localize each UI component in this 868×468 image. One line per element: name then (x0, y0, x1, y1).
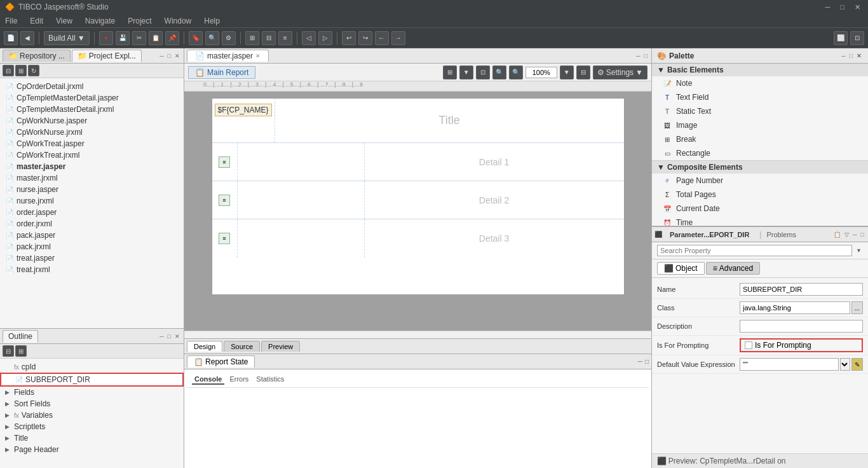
palette-basic-header[interactable]: ▼ Basic Elements (652, 64, 868, 76)
menu-help[interactable]: Help (201, 15, 222, 27)
search-property-input[interactable] (657, 245, 852, 256)
default-value-edit-btn[interactable]: ✎ (851, 358, 863, 371)
toolbar-paste-btn[interactable]: 📌 (165, 31, 179, 45)
outline-item-page-header[interactable]: ▶ Page Header (0, 444, 184, 455)
default-value-input[interactable] (740, 358, 839, 371)
tree-item-cpworknurse-jrxml[interactable]: 📄 CpWorkNurse.jrxml (0, 127, 184, 138)
props-view-btn[interactable]: 📋 (832, 231, 842, 238)
tab-preview[interactable]: Preview (261, 341, 300, 352)
main-report-btn[interactable]: 📋 Main Report (188, 66, 255, 79)
menu-view[interactable]: View (53, 15, 75, 27)
tab-report-state[interactable]: 📋 Report State (187, 355, 255, 368)
console-tab-statistics[interactable]: Statistics (254, 375, 287, 385)
props-maximize[interactable]: □ (860, 231, 865, 238)
palette-current-date[interactable]: 📅 Current Date (652, 202, 868, 216)
minimize-button[interactable]: ─ (823, 3, 833, 11)
tab-repository[interactable]: 📁 Repository ... (3, 50, 71, 62)
canvas-tool1[interactable]: ⊞ (443, 65, 457, 79)
toolbar-settings-btn[interactable]: ⚙ (222, 31, 236, 45)
palette-image[interactable]: 🖼 Image (652, 118, 868, 132)
tree-collapse-btn[interactable]: ⊟ (3, 65, 14, 76)
for-prompting-checkbox[interactable] (745, 341, 752, 349)
outline-item-cpid[interactable]: fx cpId (0, 361, 184, 373)
canvas-fit-page[interactable]: ⊟ (576, 65, 590, 79)
tab-outline[interactable]: Outline (3, 330, 38, 343)
toolbar-back-btn[interactable]: ◀ (20, 31, 34, 45)
outline-expand-btn[interactable]: ⊞ (15, 345, 27, 357)
palette-total-pages[interactable]: Σ Total Pages (652, 188, 868, 202)
tab-advanced[interactable]: ≡ Advanced (706, 262, 760, 275)
toolbar-left-btn[interactable]: ← (375, 31, 389, 45)
tree-item-master-jasper[interactable]: 📄 master.jasper (0, 161, 184, 172)
palette-break[interactable]: ⊞ Break (652, 132, 868, 146)
palette-text-field[interactable]: T Text Field (652, 90, 868, 104)
settings-btn[interactable]: ⚙ Settings ▼ (593, 65, 648, 79)
toolbar-copy-btn[interactable]: 📋 (149, 31, 163, 45)
palette-note[interactable]: 📝 Note (652, 76, 868, 90)
toolbar-layout-btn[interactable]: ≡ (278, 31, 292, 45)
toolbar-undo-btn[interactable]: ✂ (132, 31, 146, 45)
toolbar-save-btn[interactable]: 💾 (116, 31, 130, 45)
panel-maximize-btn[interactable]: □ (166, 52, 172, 60)
toolbar-redo2[interactable]: ↪ (358, 31, 372, 45)
editor-minimize-btn[interactable]: ─ (635, 52, 641, 60)
palette-close[interactable]: ✕ (855, 52, 863, 60)
tree-item-nurse-jasper[interactable]: 📄 nurse.jasper (0, 184, 184, 195)
tree-item-pack-jrxml[interactable]: 📄 pack.jrxml (0, 241, 184, 252)
console-tab-console[interactable]: Console (192, 375, 224, 385)
outline-collapse-btn[interactable]: ⊟ (3, 345, 14, 357)
panel-minimize-btn[interactable]: ─ (158, 52, 165, 60)
outline-item-subreport-dir[interactable]: 📄 SUBREPORT_DIR (0, 373, 184, 387)
tree-sync-btn[interactable]: ↻ (28, 65, 39, 76)
toolbar-nav-back[interactable]: ◁ (302, 31, 316, 45)
toolbar-restore-panel[interactable]: ⊡ (850, 31, 864, 45)
tree-item-treat-jasper[interactable]: 📄 treat.jasper (0, 252, 184, 264)
menu-navigate[interactable]: Navigate (83, 15, 118, 27)
tree-expand-btn[interactable]: ⊞ (15, 65, 27, 76)
editor-maximize-btn[interactable]: □ (643, 52, 649, 60)
props-chevron[interactable]: ▽ (843, 231, 850, 238)
maximize-button[interactable]: □ (837, 3, 847, 11)
editor-tab-master[interactable]: 📄 master.jasper ✕ (187, 50, 269, 62)
problems-label[interactable]: Problems (766, 231, 796, 238)
palette-static-text[interactable]: T Static Text (652, 104, 868, 118)
tree-item-cporderdetail-jrxml[interactable]: 📄 CpOrderDetail.jrxml (0, 81, 184, 92)
description-input[interactable] (740, 320, 863, 333)
outline-maximize-btn[interactable]: □ (166, 333, 172, 340)
palette-page-number[interactable]: # Page Number (652, 174, 868, 188)
editor-tab-close[interactable]: ✕ (255, 53, 261, 59)
panel-close-btn[interactable]: ✕ (173, 52, 181, 60)
build-all-button[interactable]: Build All ▼ (44, 31, 90, 45)
tree-item-pack-jasper[interactable]: 📄 pack.jasper (0, 230, 184, 241)
menu-file[interactable]: File (3, 15, 20, 27)
tree-item-cpworktreat-jasper[interactable]: 📄 CpWorkTreat.jasper (0, 138, 184, 149)
palette-rectangle[interactable]: ▭ Rectangle (652, 146, 868, 160)
rs-maximize[interactable]: □ (645, 358, 649, 365)
canvas-hscroll[interactable] (184, 331, 651, 338)
tree-item-treat-jrxml[interactable]: 📄 treat.jrxml (0, 264, 184, 275)
outline-item-fields[interactable]: ▶ Fields (0, 387, 184, 398)
rs-minimize[interactable]: ─ (638, 358, 642, 365)
tab-source[interactable]: Source (224, 341, 260, 352)
props-minimize[interactable]: ─ (851, 231, 858, 238)
zoom-input[interactable]: 100% (526, 67, 557, 78)
menu-project[interactable]: Project (125, 15, 154, 27)
palette-time[interactable]: ⏰ Time (652, 216, 868, 226)
canvas-area[interactable]: $F{CP_NAME} Title ≡ (184, 92, 651, 331)
tab-project-explorer[interactable]: 📁 Project Expl... (72, 50, 142, 62)
outline-item-title[interactable]: ▶ Title (0, 432, 184, 444)
menu-edit[interactable]: Edit (27, 15, 46, 27)
zoom-out-btn[interactable]: 🔍 (492, 65, 506, 79)
settings-dropdown[interactable]: ▼ (635, 68, 643, 77)
palette-composite-header[interactable]: ▼ Composite Elements (652, 161, 868, 174)
class-browse-btn[interactable]: ... (851, 301, 863, 314)
tree-item-cpworknurse-jasper[interactable]: 📄 CpWorkNurse.jasper (0, 115, 184, 127)
tree-item-order-jasper[interactable]: 📄 order.jasper (0, 207, 184, 218)
console-tab-errors[interactable]: Errors (227, 375, 251, 385)
toolbar-undo2[interactable]: ↩ (342, 31, 356, 45)
toolbar-maximize-panel[interactable]: ⬜ (834, 31, 848, 45)
palette-minimize[interactable]: ─ (840, 52, 846, 60)
outline-minimize-btn[interactable]: ─ (158, 333, 165, 340)
build-all-dropdown-icon[interactable]: ▼ (78, 34, 85, 43)
outline-item-sort-fields[interactable]: ▶ Sort Fields (0, 398, 184, 410)
